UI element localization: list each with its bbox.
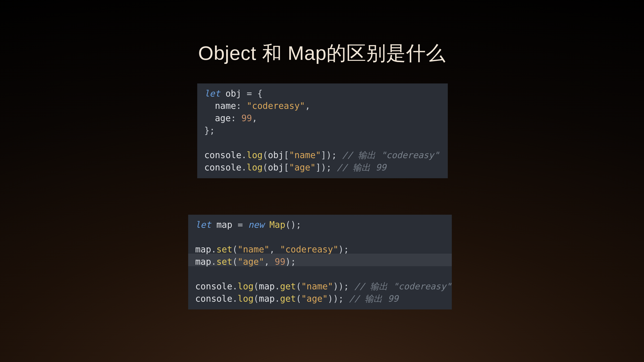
slide: Object 和 Map的区别是什么 let obj = { name: "co… [0, 0, 644, 362]
code-content-object: let obj = { name: "codereasy", age: 99, … [204, 87, 441, 174]
code-content-map: let map = new Map(); map.set("name", "co… [195, 219, 445, 305]
code-block-object: let obj = { name: "codereasy", age: 99, … [197, 83, 448, 178]
code-block-map: let map = new Map(); map.set("name", "co… [188, 215, 452, 309]
slide-title: Object 和 Map的区别是什么 [0, 40, 644, 67]
